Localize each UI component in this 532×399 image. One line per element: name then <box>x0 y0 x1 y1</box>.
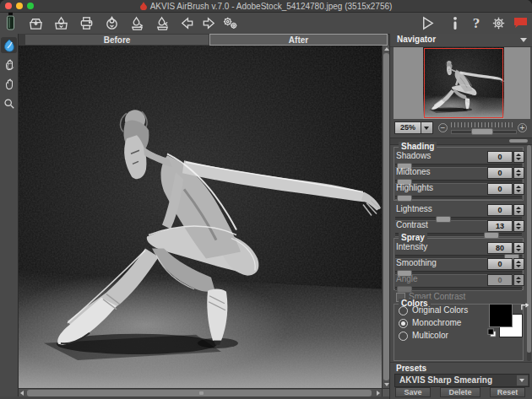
batch-processing-icon[interactable] <box>221 14 239 32</box>
hand-tool[interactable] <box>1 76 17 92</box>
svg-text:?: ? <box>472 15 480 31</box>
smoothing-label: Smoothing <box>396 258 437 267</box>
intensity-label: Intensity <box>396 242 427 251</box>
view-tabs: Before After <box>18 34 382 46</box>
angle-spinner <box>513 274 524 286</box>
multicolor-radio[interactable] <box>399 332 408 341</box>
navigator-menu-button[interactable] <box>520 38 527 42</box>
original-colors-label[interactable]: Original Colors <box>412 305 468 315</box>
scroll-right-arrow[interactable] <box>377 391 380 396</box>
help-icon[interactable]: ? <box>467 14 485 32</box>
angle-value: 0 <box>487 274 513 286</box>
angle-label: Angle <box>396 274 418 283</box>
zoom-controls: 25% − + <box>390 120 532 137</box>
preferences-icon[interactable] <box>490 14 508 32</box>
midtones-spinner[interactable] <box>513 167 524 179</box>
about-icon[interactable] <box>446 14 464 32</box>
zoom-dropdown-button[interactable] <box>421 121 433 134</box>
presets-dropdown[interactable]: AKVIS Sharp Smearing <box>394 374 529 387</box>
after-image <box>19 46 382 388</box>
spray-group-title: Spray <box>399 233 427 242</box>
airbrush-logo-icon <box>2 13 19 30</box>
multicolor-label[interactable]: Multicolor <box>412 331 448 340</box>
contrast-value[interactable]: 13 <box>487 220 513 232</box>
vertical-scroll-thumb[interactable] <box>383 53 389 380</box>
tab-after[interactable]: After <box>209 34 388 46</box>
tab-before[interactable]: Before <box>25 35 209 45</box>
parameters-area: Shading Shadows 0 Midtones 0 Highlights … <box>390 143 532 399</box>
toolbar: ? <box>0 13 532 35</box>
redo-icon[interactable] <box>200 14 218 32</box>
lightness-label: Lightness <box>396 204 432 213</box>
highlights-label: Highlights <box>396 183 433 192</box>
midtones-value[interactable]: 0 <box>487 167 513 179</box>
shading-group-title: Shading <box>399 142 437 151</box>
smudge-tool[interactable] <box>1 57 17 73</box>
smoothing-spinner[interactable] <box>513 258 524 270</box>
undo-icon[interactable] <box>178 14 196 32</box>
presets-title: Presets <box>396 364 426 373</box>
preset-save-button[interactable]: Save <box>395 387 431 397</box>
feedback-icon[interactable] <box>512 14 529 32</box>
presets-dropdown-arrow[interactable] <box>517 375 528 386</box>
export-presets-icon[interactable] <box>154 14 171 32</box>
shadows-value[interactable]: 0 <box>487 151 513 163</box>
document-proxy-icon <box>140 2 147 10</box>
highlights-value[interactable]: 0 <box>487 183 513 195</box>
color-swatches <box>489 304 528 339</box>
intensity-spinner[interactable] <box>513 242 524 254</box>
foreground-color-swatch[interactable] <box>489 304 513 327</box>
original-colors-radio[interactable] <box>399 306 408 315</box>
shadows-label: Shadows <box>396 151 431 160</box>
preview-brush-tool[interactable] <box>1 37 17 53</box>
highlights-slider[interactable] <box>395 196 522 200</box>
window-title-text: AKVIS AirBrush v.7.0 - AdobeStock_541247… <box>150 2 393 11</box>
angle-slider <box>395 287 522 291</box>
presets-selected: AKVIS Sharp Smearing <box>399 375 492 385</box>
default-colors-icon[interactable] <box>487 328 497 337</box>
import-presets-icon[interactable] <box>128 14 146 32</box>
monochrome-radio[interactable] <box>399 319 408 328</box>
highlights-spinner[interactable] <box>513 183 524 195</box>
navigator-thumbnail-area[interactable] <box>394 47 530 119</box>
share-image-icon[interactable] <box>103 14 121 32</box>
window-title: AKVIS AirBrush v.7.0 - AdobeStock_541247… <box>0 0 532 12</box>
lightness-value[interactable]: 0 <box>487 204 513 216</box>
presets-divider <box>390 362 532 363</box>
image-canvas[interactable] <box>19 46 382 388</box>
print-image-icon[interactable] <box>78 14 95 32</box>
navigator-header: Navigator <box>390 34 532 47</box>
contrast-spinner[interactable] <box>513 220 524 232</box>
zoom-in-button[interactable]: + <box>518 123 527 132</box>
save-image-icon[interactable] <box>52 14 70 32</box>
midtones-label: Midtones <box>396 167 431 176</box>
app-window: AKVIS AirBrush v.7.0 - AdobeStock_541247… <box>0 0 532 399</box>
shadows-spinner[interactable] <box>513 151 524 163</box>
run-icon[interactable] <box>419 14 437 32</box>
lightness-spinner[interactable] <box>513 204 524 216</box>
preset-delete-button[interactable]: Delete <box>440 387 480 397</box>
titlebar[interactable]: AKVIS AirBrush v.7.0 - AdobeStock_541247… <box>0 0 532 13</box>
intensity-value[interactable]: 80 <box>487 242 513 254</box>
swap-colors-icon[interactable] <box>520 302 529 311</box>
navigator-thumbnail <box>423 47 504 119</box>
splitter-grip[interactable] <box>509 139 528 143</box>
zoom-out-button[interactable]: − <box>438 123 448 132</box>
contrast-label: Contrast <box>396 220 428 229</box>
zoom-slider-thumb[interactable] <box>471 128 493 135</box>
zoom-slider-ticks <box>451 122 515 127</box>
preset-reset-button[interactable]: Reset <box>490 387 525 397</box>
zoom-value[interactable]: 25% <box>394 121 421 134</box>
navigator-title: Navigator <box>397 35 436 44</box>
open-image-icon[interactable] <box>27 14 45 32</box>
scroll-left-arrow[interactable] <box>20 391 24 396</box>
settings-panel: Navigator 25% − + Shading Shadows <box>389 34 532 399</box>
smoothing-value[interactable]: 0 <box>487 258 513 270</box>
horizontal-scroll-thumb[interactable] <box>27 390 372 396</box>
tool-sidebar <box>0 34 19 399</box>
zoom-tool[interactable] <box>1 95 17 111</box>
monochrome-label[interactable]: Monochrome <box>412 318 461 327</box>
